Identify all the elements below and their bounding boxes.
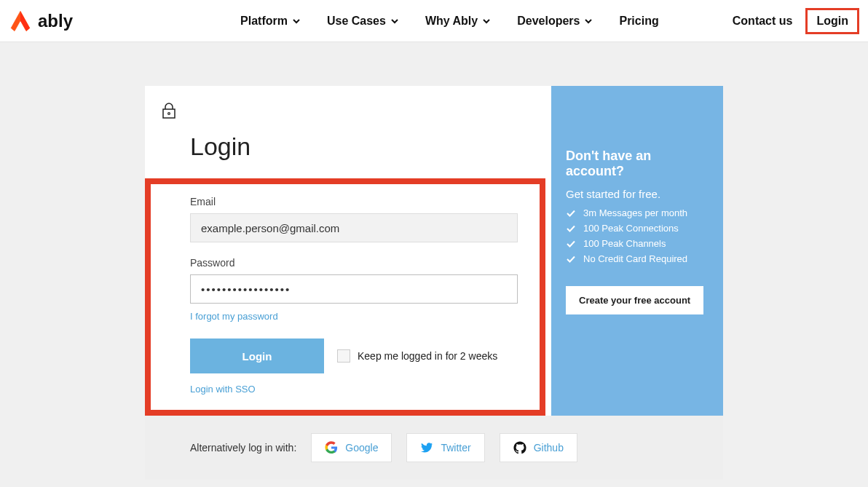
password-label: Password [190, 257, 522, 269]
promo-bullet: 100 Peak Connections [566, 223, 709, 234]
nav-center: Platform Use Cases Why Ably Developers P… [240, 15, 659, 28]
nav-use-cases[interactable]: Use Cases [327, 15, 399, 28]
lock-icon [161, 102, 177, 119]
email-label: Email [190, 196, 522, 207]
nav-platform[interactable]: Platform [240, 15, 301, 28]
login-left: Login Email Password I forgot my passwor… [145, 86, 551, 416]
password-input[interactable] [190, 274, 518, 304]
check-icon [566, 254, 576, 264]
brand-logo[interactable]: ably [9, 9, 73, 33]
check-icon [566, 208, 576, 218]
promo-heading: Don't have an account? [566, 149, 709, 179]
google-icon [325, 441, 338, 454]
check-icon [566, 239, 576, 249]
login-title: Login [145, 122, 551, 178]
login-github-button[interactable]: Github [500, 433, 577, 462]
github-icon [513, 441, 526, 454]
top-nav: ably Platform Use Cases Why Ably Develop… [0, 0, 868, 42]
login-card: Login Email Password I forgot my passwor… [145, 86, 723, 480]
chevron-down-icon [482, 17, 491, 25]
login-twitter-button[interactable]: Twitter [406, 433, 484, 462]
nav-right: Contact us Login [733, 8, 859, 34]
ably-logo-icon [9, 9, 32, 33]
check-icon [566, 223, 576, 234]
nav-login[interactable]: Login [805, 8, 859, 34]
nav-contact[interactable]: Contact us [733, 15, 793, 28]
promo-panel: Don't have an account? Get started for f… [551, 86, 723, 416]
alt-login-label: Alternatively log in with: [190, 442, 296, 454]
keep-logged-in[interactable]: Keep me logged in for 2 weeks [337, 349, 497, 363]
promo-bullet: No Credit Card Required [566, 253, 709, 264]
svg-point-1 [168, 113, 170, 115]
svg-rect-0 [163, 109, 175, 118]
brand-name: ably [38, 11, 73, 31]
nav-developers[interactable]: Developers [517, 15, 593, 28]
chevron-down-icon [390, 17, 399, 25]
login-sso-link[interactable]: Login with SSO [190, 384, 256, 395]
keep-logged-in-label: Keep me logged in for 2 weeks [358, 350, 497, 362]
promo-bullets: 3m Messages per month 100 Peak Connectio… [566, 207, 709, 264]
email-input[interactable] [190, 213, 518, 242]
nav-pricing[interactable]: Pricing [619, 15, 658, 28]
promo-sub: Get started for free. [566, 188, 709, 200]
twitter-icon [420, 441, 433, 454]
page: Login Email Password I forgot my passwor… [0, 42, 868, 480]
login-button[interactable]: Login [190, 338, 324, 373]
nav-why-ably[interactable]: Why Ably [425, 15, 491, 28]
login-google-button[interactable]: Google [311, 433, 392, 462]
alt-login-row: Alternatively log in with: Google Twitte… [145, 416, 723, 480]
login-form-highlight: Email Password I forgot my password Logi… [145, 178, 545, 416]
forgot-password-link[interactable]: I forgot my password [190, 311, 278, 322]
keep-logged-in-checkbox[interactable] [337, 349, 350, 363]
promo-bullet: 100 Peak Channels [566, 238, 709, 249]
promo-bullet: 3m Messages per month [566, 207, 709, 218]
create-account-button[interactable]: Create your free account [566, 286, 703, 314]
chevron-down-icon [292, 17, 301, 25]
chevron-down-icon [584, 17, 593, 25]
